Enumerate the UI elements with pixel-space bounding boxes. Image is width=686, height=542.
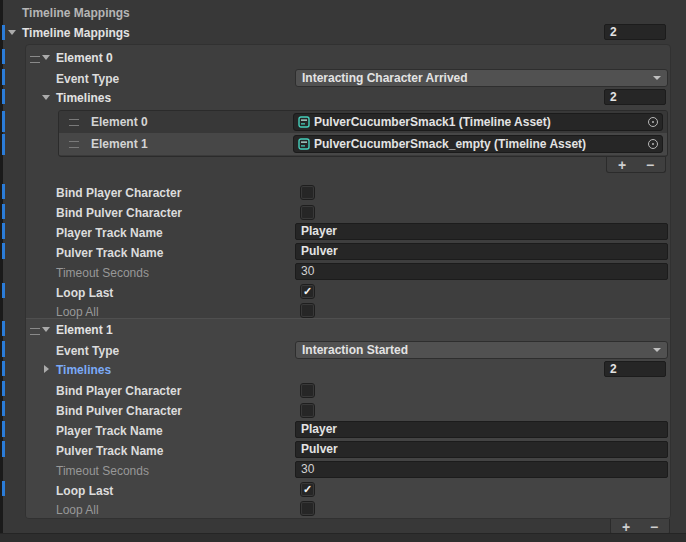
element-1-header[interactable]: Element 1 (56, 322, 113, 338)
bind-player-checkbox[interactable] (301, 186, 314, 199)
object-picker-icon[interactable] (648, 139, 658, 149)
list-item[interactable]: Element 1 PulverCucumberSmack_empty (Tim… (59, 133, 667, 155)
timeout-seconds-label: Timeout Seconds (56, 463, 149, 479)
timeline-item-label: Element 0 (91, 115, 148, 129)
player-track-field[interactable]: Player (295, 421, 668, 438)
player-track-field[interactable]: Player (295, 223, 668, 240)
dropdown-caret-icon (653, 348, 661, 352)
remove-button[interactable]: − (641, 520, 667, 534)
override-indicator (2, 481, 5, 496)
event-type-value: Interaction Started (302, 342, 408, 358)
bind-player-label: Bind Player Character (56, 185, 181, 201)
bind-pulver-checkbox[interactable] (301, 404, 314, 417)
override-indicator (2, 283, 5, 298)
override-indicator (2, 243, 5, 259)
bind-player-checkbox[interactable] (301, 384, 314, 397)
timeout-seconds-field[interactable]: 30 (295, 263, 668, 280)
timeline-asset-icon (298, 116, 310, 128)
timelines-size-field[interactable]: 2 (604, 89, 666, 105)
element-0-header[interactable]: Element 0 (56, 50, 113, 66)
timelines-foldout-label[interactable]: Timelines (56, 362, 111, 378)
event-type-label: Event Type (56, 343, 119, 359)
bind-player-label: Bind Player Character (56, 383, 181, 399)
add-button[interactable]: + (613, 520, 639, 534)
foldout-open-icon[interactable] (42, 327, 50, 332)
override-indicator (2, 204, 5, 219)
event-type-dropdown[interactable]: Interacting Character Arrived (295, 69, 668, 87)
override-indicator (2, 361, 5, 376)
foldout-open-icon[interactable] (8, 30, 16, 35)
loop-last-checkbox[interactable]: ✓ (301, 285, 314, 298)
timeline-asset-icon (298, 138, 310, 150)
drag-handle-icon[interactable] (30, 56, 40, 63)
drag-handle-icon[interactable] (69, 119, 79, 126)
player-track-label: Player Track Name (56, 423, 163, 439)
timeout-seconds-label: Timeout Seconds (56, 265, 149, 281)
timelines-list-box: Element 0 PulverCucumberSmack1 (Timeline… (58, 110, 668, 157)
override-indicator (2, 441, 5, 457)
loop-all-checkbox[interactable] (301, 502, 314, 515)
override-indicator (2, 321, 5, 336)
loop-last-label: Loop Last (56, 285, 113, 301)
check-icon: ✓ (303, 286, 312, 297)
override-indicator (2, 89, 5, 104)
timelines-size-field[interactable]: 2 (604, 361, 666, 377)
property-label: Timeline Mappings (22, 5, 130, 21)
bind-pulver-label: Bind Pulver Character (56, 205, 182, 221)
drag-handle-icon[interactable] (69, 141, 79, 148)
bind-pulver-label: Bind Pulver Character (56, 403, 182, 419)
event-type-label: Event Type (56, 71, 119, 87)
loop-all-label: Loop All (56, 502, 99, 518)
array-size-field[interactable]: 2 (604, 24, 666, 40)
override-indicator (2, 223, 5, 239)
override-indicator (2, 49, 5, 64)
override-indicator (2, 401, 5, 416)
check-icon: ✓ (303, 484, 312, 495)
object-field-value: PulverCucumberSmack_empty (Timeline Asse… (314, 137, 586, 151)
override-indicator (2, 69, 5, 85)
array-foldout-label[interactable]: Timeline Mappings (22, 25, 130, 41)
foldout-open-icon[interactable] (42, 95, 50, 100)
timelines-foldout-label[interactable]: Timelines (56, 90, 111, 106)
override-indicator (2, 381, 5, 396)
pulver-track-field[interactable]: Pulver (295, 441, 668, 458)
player-track-label: Player Track Name (56, 225, 163, 241)
override-indicator (2, 184, 5, 199)
override-indicator (2, 111, 5, 132)
bind-pulver-checkbox[interactable] (301, 206, 314, 219)
object-field[interactable]: PulverCucumberSmack1 (Timeline Asset) (293, 113, 663, 131)
event-type-dropdown[interactable]: Interaction Started (295, 341, 668, 359)
object-field[interactable]: PulverCucumberSmack_empty (Timeline Asse… (293, 135, 663, 153)
drag-handle-icon[interactable] (30, 328, 40, 335)
override-indicator (2, 25, 5, 40)
timelines-list-footer: + − (606, 157, 666, 173)
pulver-track-field[interactable]: Pulver (295, 243, 668, 260)
remove-button[interactable]: − (637, 158, 663, 172)
override-indicator (2, 421, 5, 437)
dropdown-caret-icon (653, 76, 661, 80)
foldout-closed-icon[interactable] (44, 365, 49, 373)
pulver-track-label: Pulver Track Name (56, 245, 163, 261)
inspector-bottom-edge (0, 533, 686, 542)
pulver-track-label: Pulver Track Name (56, 443, 163, 459)
loop-last-checkbox[interactable]: ✓ (301, 483, 314, 496)
loop-all-checkbox[interactable] (301, 304, 314, 317)
override-indicator (2, 134, 5, 155)
event-type-value: Interacting Character Arrived (302, 70, 468, 86)
loop-last-label: Loop Last (56, 483, 113, 499)
unity-inspector-panel: Timeline Mappings Timeline Mappings 2 El… (0, 0, 686, 542)
foldout-open-icon[interactable] (42, 55, 50, 60)
add-button[interactable]: + (609, 158, 635, 172)
override-indicator (2, 341, 5, 357)
timeline-item-label: Element 1 (91, 137, 148, 151)
object-picker-icon[interactable] (648, 117, 658, 127)
list-item[interactable]: Element 0 PulverCucumberSmack1 (Timeline… (59, 111, 667, 133)
object-field-value: PulverCucumberSmack1 (Timeline Asset) (314, 115, 551, 129)
timeout-seconds-field[interactable]: 30 (295, 461, 668, 478)
loop-all-label: Loop All (56, 304, 99, 320)
